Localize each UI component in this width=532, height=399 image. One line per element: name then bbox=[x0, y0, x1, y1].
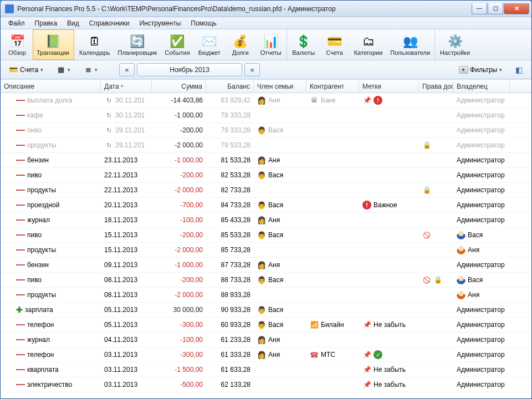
table-row[interactable]: —пиво22.11.2013-200,0082 533,28👨ВасяАдми… bbox=[1, 168, 531, 183]
menu-помощь[interactable]: Помощь bbox=[186, 18, 221, 28]
person-male-icon: 👨 bbox=[257, 231, 266, 239]
toggle-panel-button[interactable] bbox=[510, 63, 527, 76]
accounts-dropdown[interactable]: 💳 Счета ▾ bbox=[5, 63, 47, 76]
minimize-button[interactable] bbox=[472, 3, 487, 14]
toolbar-events[interactable]: ✅События bbox=[161, 29, 193, 60]
person-female-icon: 👩 bbox=[257, 216, 266, 224]
cell-date: 30.11.201 bbox=[101, 96, 152, 105]
filters-label: Фильтры bbox=[470, 66, 497, 74]
col-sum[interactable]: Сумма bbox=[152, 80, 206, 93]
col-access[interactable]: Права дост bbox=[419, 80, 453, 93]
table-row[interactable]: —продукты15.11.2013-2 000,0085 733,28Аня bbox=[1, 243, 531, 258]
menu-инструменты[interactable]: Инструменты bbox=[135, 18, 185, 28]
table-row[interactable]: —бензин09.11.2013-1 000,0087 733,28👩АняА… bbox=[1, 258, 531, 273]
table-row[interactable]: —телефон05.11.2013-300,0060 933,28👨ВасяБ… bbox=[1, 318, 531, 332]
table-row[interactable]: —выплата долга30.11.201-14 403,8663 929,… bbox=[1, 93, 531, 108]
view-layout-dropdown[interactable]: ▦▾ bbox=[53, 63, 74, 76]
table-row[interactable]: —кварплата03.11.2013-1 500,0061 633,28Не… bbox=[1, 362, 531, 377]
menu-файл[interactable]: Файл bbox=[4, 18, 29, 28]
grid-header: Описание Дата Сумма Баланс Член семьи Ко… bbox=[1, 80, 531, 93]
next-period-button[interactable]: » bbox=[244, 63, 260, 76]
cell-date: 22.11.2013 bbox=[101, 186, 152, 194]
table-row[interactable]: —продукты29.11.201-2 000,0079 533,28Адми… bbox=[1, 138, 531, 153]
cell-tags: ! bbox=[359, 96, 419, 105]
cell-sum: -700,00 bbox=[152, 201, 206, 209]
table-row[interactable]: —журнал18.11.2013-100,0085 433,28👩АняАдм… bbox=[1, 213, 531, 228]
titlebar[interactable]: Personal Finances Pro 5.5 - C:\Work\TEMP… bbox=[1, 1, 531, 17]
table-row[interactable]: —продукты22.11.2013-2 000,0082 733,28Адм… bbox=[1, 183, 531, 198]
person-female-icon: 👩 bbox=[257, 156, 266, 165]
cell-owner: Администратор bbox=[453, 366, 510, 374]
chevron-down-icon: ▾ bbox=[40, 67, 43, 73]
table-row[interactable]: —электричество03.11.2013-500,0062 133,28… bbox=[1, 377, 531, 392]
grid-body[interactable]: —выплата долга30.11.201-14 403,8663 929,… bbox=[1, 93, 531, 399]
scheduled-icon bbox=[104, 111, 113, 120]
currencies-label: Валюты bbox=[292, 49, 315, 56]
col-date[interactable]: Дата bbox=[101, 80, 152, 93]
scheduler-icon: 🔄 bbox=[130, 35, 145, 49]
toolbar-scheduler[interactable]: 🔄Планировщик bbox=[114, 29, 161, 60]
col-family[interactable]: Член семьи bbox=[254, 80, 306, 93]
cell-family: 👩Аня bbox=[254, 156, 306, 165]
col-balance[interactable]: Баланс bbox=[206, 80, 254, 93]
col-owner[interactable]: Владелец bbox=[453, 80, 510, 93]
toolbar-debts[interactable]: 💰Долги bbox=[225, 29, 256, 60]
filters-dropdown[interactable]: Фильтры ▾ bbox=[455, 63, 506, 76]
toolbar-overview[interactable]: 📅Обзор bbox=[2, 29, 33, 60]
cell-balance: 90 933,28 bbox=[206, 306, 254, 314]
toolbar-currencies[interactable]: 💲Валюты bbox=[288, 29, 319, 60]
table-row[interactable]: —пиво08.11.2013-200,0088 733,28👨ВасяВася bbox=[1, 273, 531, 288]
toolbar-accounts-ref[interactable]: 💳Счета bbox=[319, 29, 350, 60]
menu-справочники[interactable]: Справочники bbox=[85, 18, 134, 28]
period-selector[interactable]: Ноябрь 2013 bbox=[137, 63, 242, 76]
cell-sum: -100,00 bbox=[152, 336, 206, 344]
cell-sum: 30 000,00 bbox=[152, 306, 206, 314]
cell-description: —журнал bbox=[1, 216, 101, 224]
table-row[interactable]: —бензин23.11.2013-1 000,0081 533,28👩АняА… bbox=[1, 153, 531, 168]
menu-правка[interactable]: Правка bbox=[30, 18, 62, 28]
table-row[interactable]: ✚зарплата05.11.201330 000,0090 933,28👨Ва… bbox=[1, 303, 531, 318]
menu-вид[interactable]: Вид bbox=[63, 18, 84, 28]
minus-icon: — bbox=[16, 247, 25, 253]
table-row[interactable]: —журнал04.11.2013-100,0061 233,28👩АняАдм… bbox=[1, 332, 531, 347]
toolbar-reports[interactable]: 📊Отчеты bbox=[256, 29, 287, 60]
toolbar-transactions[interactable]: 📗Транзакции bbox=[33, 29, 74, 60]
table-row[interactable]: —проездной20.11.2013-700,0084 733,28👨Вас… bbox=[1, 198, 531, 213]
maximize-button[interactable] bbox=[488, 3, 503, 14]
accounts-label: Счета bbox=[20, 66, 38, 74]
col-counterparty[interactable]: Контрагент bbox=[306, 80, 359, 93]
minus-icon: — bbox=[16, 172, 25, 178]
cell-date: 05.11.2013 bbox=[101, 306, 152, 314]
view-list-dropdown[interactable]: ≣▾ bbox=[80, 63, 101, 76]
col-tags[interactable]: Метки bbox=[359, 80, 419, 93]
prev-period-button[interactable]: « bbox=[119, 63, 135, 76]
close-button[interactable] bbox=[504, 3, 529, 14]
cell-owner: Администратор bbox=[453, 261, 510, 269]
toolbar-calendar[interactable]: 🗓Календарь bbox=[75, 29, 114, 60]
window-title: Personal Finances Pro 5.5 - C:\Work\TEMP… bbox=[17, 5, 472, 13]
toolbar-settings[interactable]: ⚙️Настройки bbox=[436, 29, 474, 60]
table-row[interactable]: —телефон03.11.2013-300,0061 333,28👩АняМТ… bbox=[1, 347, 531, 362]
table-row[interactable]: —пиво29.11.201-200,0079 333,28👨ВасяАдмин… bbox=[1, 123, 531, 138]
table-row[interactable]: —продукты08.11.2013-2 000,0088 933,28Аня bbox=[1, 288, 531, 303]
minus-icon: — bbox=[16, 98, 25, 103]
table-row[interactable]: —пиво15.11.2013-200,0085 533,28👨ВасяВася bbox=[1, 228, 531, 243]
toolbar-budget[interactable]: ✉️Бюджет bbox=[194, 29, 225, 60]
calendar-icon: 🗓 bbox=[89, 35, 101, 49]
owner-avatar-icon bbox=[457, 290, 466, 299]
cell-family: 👨Вася bbox=[254, 126, 306, 135]
budget-icon: ✉️ bbox=[202, 35, 217, 49]
table-row[interactable]: —кафе30.11.201-1 000,0078 333,28Админист… bbox=[1, 108, 531, 123]
toolbar-users[interactable]: 👥Пользователи bbox=[386, 29, 435, 60]
minus-icon: — bbox=[16, 202, 25, 208]
cell-owner: Администратор bbox=[453, 141, 510, 149]
cell-balance: 82 533,28 bbox=[206, 171, 254, 179]
scheduler-label: Планировщик bbox=[118, 49, 157, 56]
toolbar-categories[interactable]: 🗂Категории bbox=[350, 29, 387, 60]
col-description[interactable]: Описание bbox=[1, 80, 101, 93]
minus-icon: — bbox=[16, 352, 25, 357]
debts-icon: 💰 bbox=[233, 35, 248, 49]
important-icon: ! bbox=[374, 96, 382, 105]
cell-description: —продукты bbox=[1, 186, 101, 194]
transactions-label: Транзакции bbox=[37, 49, 69, 56]
